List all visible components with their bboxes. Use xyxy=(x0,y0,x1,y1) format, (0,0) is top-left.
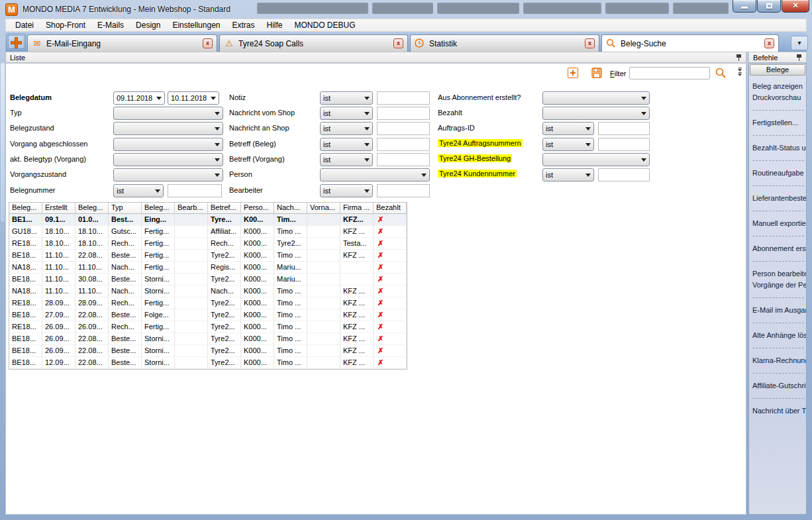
person-select[interactable] xyxy=(320,168,430,182)
menu-hilfe[interactable]: Hilfe xyxy=(262,19,288,31)
tyre24-auftragsnummern-operator-select[interactable]: ist xyxy=(542,138,594,151)
menu-e-mails[interactable]: E-Mails xyxy=(92,19,129,31)
menu-mondo-debug[interactable]: MONDO DEBUG xyxy=(289,19,361,31)
tab-email-eingang[interactable]: ✉ E-Mail-Eingang x xyxy=(27,34,217,52)
table-row[interactable]: BE18... 12.09... 22.08... Beste... Storn… xyxy=(9,357,407,369)
tyre24-gh-bestellung-select[interactable] xyxy=(542,153,650,166)
table-row[interactable]: BE1... 09.1... 01.0... Best... Eing... T… xyxy=(9,214,407,226)
add-filter-button[interactable] xyxy=(568,68,578,78)
belegzustand-select[interactable] xyxy=(113,122,223,135)
akt-belegtyp-select[interactable] xyxy=(113,153,223,166)
nachricht-an-shop-operator-select[interactable]: ist xyxy=(320,122,373,135)
search-button[interactable] xyxy=(715,67,727,79)
column-header[interactable]: Beleg... xyxy=(142,203,175,214)
tab-overflow-button[interactable]: ▾ xyxy=(791,36,808,50)
menu-datei[interactable]: Datei xyxy=(10,19,39,31)
table-row[interactable]: GU18... 18.10... 18.10... Gutsc... Ferti… xyxy=(9,226,407,238)
table-row[interactable]: RE18... 26.09... 26.09... Rech... Fertig… xyxy=(9,321,407,333)
command-fertigstellen[interactable]: Fertigstellen... xyxy=(749,117,807,129)
filter-input[interactable] xyxy=(629,67,710,79)
bearbeiter-operator-select[interactable]: ist xyxy=(320,184,373,197)
close-button[interactable]: ✕ xyxy=(782,0,809,13)
pin-icon[interactable] xyxy=(736,54,742,62)
tab-tyre24-soap-calls[interactable]: ⚠ Tyre24 Soap Calls x xyxy=(219,34,408,52)
pin-icon[interactable] xyxy=(796,54,802,62)
belegdatum-from-select[interactable]: 09.11.2018 xyxy=(113,91,165,105)
minimize-button[interactable] xyxy=(733,0,756,13)
title-bar[interactable]: M MONDO MEDIA 7 Entwicklung - Mein Websh… xyxy=(0,0,812,19)
close-tab-icon[interactable]: x xyxy=(393,38,403,48)
typ-select[interactable] xyxy=(113,107,223,120)
vorgangszustand-select[interactable] xyxy=(113,168,223,182)
command-nachricht-ueber-tyre24[interactable]: Nachricht über Ty xyxy=(749,405,807,417)
aus-abonnement-select[interactable] xyxy=(542,91,650,105)
betreff-beleg-input[interactable] xyxy=(377,138,430,151)
table-row[interactable]: RE18... 18.10... 18.10... Rech... Fertig… xyxy=(9,238,407,250)
table-row[interactable]: NA18... 11.10... 11.10... Nach... Fertig… xyxy=(9,262,407,274)
tab-statistik[interactable]: Statistik x xyxy=(410,34,599,52)
notiz-operator-select[interactable]: ist xyxy=(320,91,373,105)
command-lieferantenbestellung[interactable]: Lieferantenbestel xyxy=(749,193,807,204)
table-row[interactable]: NA18... 11.10... 11.10... Nach... Storni… xyxy=(9,286,407,297)
close-tab-icon[interactable]: x xyxy=(764,38,774,48)
command-abonnement-erstellen[interactable]: Abonnement erst xyxy=(749,243,807,254)
bezahlt-select[interactable] xyxy=(542,107,650,120)
column-header[interactable]: Bearb... xyxy=(175,203,208,214)
table-row[interactable]: BE18... 26.09... 22.08... Beste... Storn… xyxy=(9,333,407,345)
table-row[interactable]: BE18... 11.10... 30.08... Beste... Storn… xyxy=(9,274,407,286)
tyre24-kundennummer-input[interactable] xyxy=(598,168,650,182)
save-button[interactable] xyxy=(591,68,602,78)
column-header[interactable]: Betref... xyxy=(208,203,241,214)
column-header[interactable]: Vorna... xyxy=(307,203,340,214)
tab-beleg-suche[interactable]: Beleg-Suche x xyxy=(601,34,779,52)
betreff-vorgang-input[interactable] xyxy=(377,153,430,166)
command-routineaufgabe[interactable]: Routineaufgabe s xyxy=(749,168,807,179)
maximize-button[interactable] xyxy=(757,0,781,13)
table-row[interactable]: RE18... 28.09... 28.09... Rech... Fertig… xyxy=(9,297,407,309)
notiz-input[interactable] xyxy=(377,91,430,105)
command-manuell-exportieren[interactable]: Manuell exportier xyxy=(749,218,807,229)
auftrags-id-operator-select[interactable]: ist xyxy=(542,122,594,135)
column-header[interactable]: Nach... xyxy=(274,203,307,214)
nachricht-vom-shop-input[interactable] xyxy=(377,107,430,120)
command-druckvorschau[interactable]: Druckvorschau xyxy=(749,92,807,103)
nachricht-vom-shop-operator-select[interactable]: ist xyxy=(320,107,373,120)
menu-design[interactable]: Design xyxy=(130,19,166,31)
betreff-beleg-operator-select[interactable]: ist xyxy=(320,138,373,151)
column-header[interactable]: Bezahlt xyxy=(374,203,407,214)
bearbeiter-input[interactable] xyxy=(377,184,430,197)
column-header[interactable]: Perso... xyxy=(241,203,274,214)
command-affiliate-gutschrift[interactable]: Affiliate-Gutschrif xyxy=(749,380,807,391)
table-row[interactable]: BE18... 26.09... 22.08... Beste... Storn… xyxy=(9,345,407,357)
belegnummer-operator-select[interactable]: ist xyxy=(113,184,164,197)
column-header[interactable]: Erstellt xyxy=(42,203,76,214)
command-klarna-rechnung[interactable]: Klarna-Rechnung xyxy=(749,355,807,366)
tyre24-auftragsnummern-input[interactable] xyxy=(598,138,650,151)
add-tab-button[interactable] xyxy=(7,34,26,50)
command-person-bearbeiten[interactable]: Person bearbeiter xyxy=(749,268,807,280)
tyre24-kundennummer-operator-select[interactable]: ist xyxy=(542,168,594,182)
auftrags-id-input[interactable] xyxy=(598,122,650,135)
command-email-im-ausgang[interactable]: E-Mail im Ausgang xyxy=(749,305,807,316)
betreff-vorgang-operator-select[interactable]: ist xyxy=(320,153,373,166)
belegdatum-to-select[interactable]: 10.11.2018 xyxy=(168,91,219,105)
nachricht-an-shop-input[interactable] xyxy=(377,122,430,135)
belege-group-button[interactable]: Belege xyxy=(750,64,805,76)
column-header[interactable]: Firma ... xyxy=(340,203,374,214)
command-vorgaenge-der-person[interactable]: Vorgänge der Per xyxy=(749,280,807,291)
menu-einstellungen[interactable]: Einstellungen xyxy=(167,19,225,31)
column-header[interactable]: Beleg... xyxy=(9,203,42,214)
close-tab-icon[interactable]: x xyxy=(203,38,213,48)
table-row[interactable]: BE18... 27.09... 22.08... Beste... Folge… xyxy=(9,309,407,321)
menu-shop-front[interactable]: Shop-Front xyxy=(40,19,91,31)
vorgang-abgeschlossen-select[interactable] xyxy=(113,138,223,151)
table-row[interactable]: BE18... 11.10... 22.08... Beste... Ferti… xyxy=(9,250,407,262)
command-beleg-anzeigen[interactable]: Beleg anzeigen xyxy=(749,81,807,92)
belegnummer-input[interactable] xyxy=(168,184,222,197)
menu-extras[interactable]: Extras xyxy=(227,19,260,31)
close-tab-icon[interactable]: x xyxy=(585,38,595,48)
column-header[interactable]: Typ xyxy=(109,203,142,214)
command-bezahlt-status[interactable]: Bezahlt-Status un xyxy=(749,142,807,154)
column-header[interactable]: Beleg... xyxy=(76,203,109,214)
more-options-button[interactable] xyxy=(736,68,744,78)
